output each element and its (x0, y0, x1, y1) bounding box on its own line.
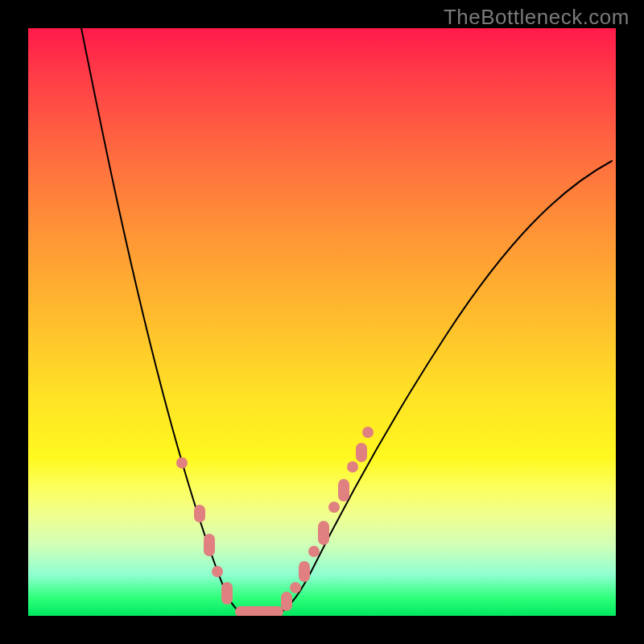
marker (308, 546, 320, 557)
plot-area (28, 28, 616, 616)
marker (347, 461, 358, 473)
bottleneck-curve-right (276, 161, 612, 614)
chart-svg (28, 28, 616, 616)
marker (221, 582, 233, 605)
marker (204, 534, 215, 556)
marker-group (176, 427, 374, 616)
marker (176, 457, 188, 469)
marker (194, 505, 205, 522)
marker (290, 582, 301, 593)
marker (328, 502, 340, 513)
bottleneck-curve-left (78, 28, 250, 614)
marker (318, 521, 329, 545)
marker (338, 479, 349, 502)
marker (235, 606, 283, 616)
marker (362, 427, 374, 438)
watermark-text: TheBottleneck.com (444, 5, 630, 30)
marker (281, 592, 292, 611)
marker (212, 566, 223, 577)
marker (299, 561, 310, 582)
marker (356, 443, 367, 462)
chart-container: TheBottleneck.com (0, 0, 644, 644)
